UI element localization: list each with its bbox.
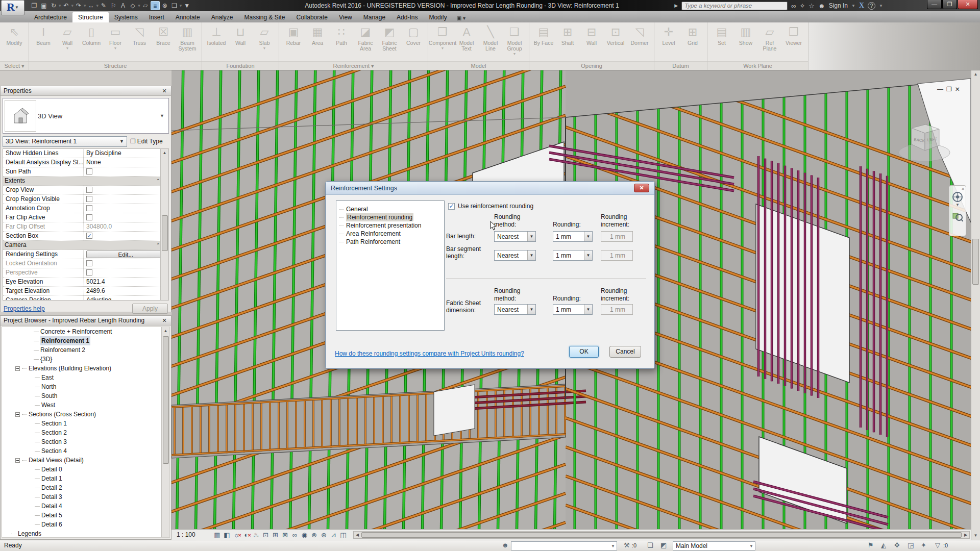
customize-quick-access-icon[interactable]: ▼ bbox=[182, 1, 191, 10]
default-3d-view-dropdown-icon[interactable]: ▾ bbox=[138, 3, 140, 8]
exclude-options-icon[interactable]: ◭ bbox=[881, 541, 886, 549]
checkbox[interactable] bbox=[86, 269, 92, 276]
checkbox[interactable] bbox=[86, 214, 92, 220]
checkbox-checked[interactable]: ✓ bbox=[86, 233, 92, 239]
scroll-left-icon[interactable]: ◀ bbox=[354, 533, 361, 537]
help-dropdown-icon[interactable]: ▼ bbox=[879, 4, 883, 8]
search-icon[interactable]: ∞ bbox=[791, 2, 796, 10]
prop-scroll-up-icon[interactable]: ▲ bbox=[161, 149, 168, 157]
tree-item-detail-4[interactable]: Detail 4 bbox=[2, 502, 169, 511]
dialog-title-bar[interactable]: Reinforcement Settings ✕ bbox=[326, 182, 654, 195]
redo-dropdown-icon[interactable]: ▾ bbox=[84, 3, 86, 8]
tree-item-section-2[interactable]: Section 2 bbox=[2, 428, 169, 437]
fabric-area-button[interactable]: ◪Fabric Area bbox=[354, 24, 377, 60]
view-minimize-icon[interactable]: — bbox=[937, 86, 943, 93]
set-button[interactable]: ▤Set bbox=[710, 24, 733, 60]
fabric-sheet-dimension-rounding-combo[interactable]: 1 mm▼ bbox=[553, 304, 593, 315]
ribbon-display-toggle-icon[interactable]: ▣ ▾ bbox=[453, 14, 470, 22]
tab-manage[interactable]: Manage bbox=[358, 12, 391, 22]
save-icon[interactable]: ▣ bbox=[39, 1, 48, 10]
tree-item-reinforcement-1[interactable]: Reinforcement 1 bbox=[2, 336, 169, 345]
beam-system-button[interactable]: ▥Beam System bbox=[176, 24, 199, 60]
tree-item-concrete-reinforcement[interactable]: Concrete + Reinforcement bbox=[2, 327, 169, 336]
property-value[interactable] bbox=[84, 268, 168, 277]
viewer-button[interactable]: ❒Viewer bbox=[782, 24, 805, 60]
minimize-button[interactable]: — bbox=[927, 0, 942, 9]
redo-icon[interactable]: ↷ bbox=[74, 1, 83, 10]
tree-item-detail-3[interactable]: Detail 3 bbox=[2, 492, 169, 502]
properties-scrollbar[interactable]: ▲ bbox=[160, 149, 168, 300]
viewcube[interactable]: BACK LEFT bbox=[896, 119, 952, 172]
close-hidden-windows-icon[interactable]: ⊗ bbox=[160, 1, 169, 10]
model-text-button[interactable]: AModel Text bbox=[455, 24, 478, 60]
project-browser-close-icon[interactable]: ✕ bbox=[161, 317, 168, 324]
editable-only-icon[interactable]: ⚒ bbox=[624, 541, 630, 549]
tree-item-south[interactable]: South bbox=[2, 391, 169, 400]
close-button[interactable]: ✕ bbox=[958, 0, 978, 9]
tree-item-elevations-building-elevation[interactable]: Elevations (Building Elevation) bbox=[2, 364, 169, 373]
steering-wheel-icon[interactable] bbox=[952, 191, 963, 203]
tree-item-east[interactable]: East bbox=[2, 373, 169, 382]
floor-button[interactable]: ▭Floor▼ bbox=[104, 24, 127, 60]
tab-add-ins[interactable]: Add-Ins bbox=[391, 12, 423, 22]
fabric-sheet-dimension-method-combo[interactable]: Nearest▼ bbox=[494, 304, 536, 315]
tree-item-detail-0[interactable]: Detail 0 bbox=[2, 465, 169, 474]
tree-item-detail-6[interactable]: Detail 6 bbox=[2, 520, 169, 529]
tree-item-sections-cross-section[interactable]: Sections (Cross Section) bbox=[2, 410, 169, 419]
default-3d-view-icon[interactable]: ◇ bbox=[128, 1, 137, 10]
isolated-button[interactable]: ⊥Isolated bbox=[205, 24, 228, 60]
search-input[interactable] bbox=[681, 2, 788, 10]
type-selector[interactable]: 3D View ▼ bbox=[3, 98, 169, 134]
area-button[interactable]: ▦Area bbox=[306, 24, 329, 60]
ok-button[interactable]: OK bbox=[569, 346, 599, 358]
view-close-icon[interactable]: ✕ bbox=[955, 86, 960, 93]
dialog-tree-reinforcement-presentation[interactable]: Reinforcement presentation bbox=[336, 221, 444, 230]
tree-item-3d[interactable]: {3D} bbox=[2, 355, 169, 364]
highlight-displacement-sets-icon[interactable]: ◫ bbox=[338, 531, 348, 539]
combo-dropdown-icon[interactable]: ▼ bbox=[584, 305, 592, 314]
properties-help-link[interactable]: Properties help bbox=[4, 305, 45, 312]
vertical-scrollbar[interactable]: ▲ ▼ bbox=[971, 70, 980, 540]
temporary-view-properties-icon[interactable]: ⊛ bbox=[319, 531, 329, 539]
fabric-sheet-button[interactable]: ◩Fabric Sheet bbox=[378, 24, 401, 60]
use-reinforcement-rounding-checkbox[interactable]: ✓ bbox=[448, 203, 455, 210]
exchange-apps-icon[interactable]: X bbox=[859, 2, 864, 10]
level-button[interactable]: ✛Level bbox=[657, 24, 680, 60]
tab-massing-site[interactable]: Massing & Site bbox=[239, 12, 291, 22]
edit-button[interactable]: Edit... bbox=[86, 251, 165, 258]
model-group-button[interactable]: ❑Model Group▼ bbox=[503, 24, 526, 60]
aligned-dimension-icon[interactable]: ✎ bbox=[99, 1, 108, 10]
navbar-close-icon[interactable]: ✕ bbox=[961, 187, 965, 191]
design-options-edit-icon[interactable]: ◩ bbox=[660, 541, 667, 549]
panel-label-reinforcement[interactable]: Reinforcement ▾ bbox=[279, 61, 428, 70]
sign-in-icon[interactable]: ☻ bbox=[818, 2, 825, 10]
cancel-button[interactable]: Cancel bbox=[609, 346, 641, 358]
bar-length-method-combo[interactable]: Nearest▼ bbox=[494, 231, 536, 242]
horizontal-scrollbar[interactable]: ◀ ▶ bbox=[353, 531, 970, 539]
ref-plane-button[interactable]: ▱Ref Plane bbox=[758, 24, 781, 60]
tree-item-north[interactable]: North bbox=[2, 382, 169, 391]
edit-type-button[interactable]: ❐ Edit Type bbox=[130, 138, 163, 145]
cover-button[interactable]: ▢Cover bbox=[402, 24, 425, 60]
view-instance-combo[interactable]: 3D View: Reinforcement 1 ▼ bbox=[3, 136, 127, 147]
combo-dropdown-icon[interactable]: ▼ bbox=[527, 251, 535, 260]
bar-segment-length-rounding-combo[interactable]: 1 mm▼ bbox=[553, 250, 593, 261]
design-option-combo[interactable]: Main Model ▼ bbox=[673, 541, 755, 550]
property-value[interactable]: ✓ bbox=[84, 232, 168, 240]
property-value[interactable] bbox=[84, 167, 168, 176]
open-icon[interactable]: ❐ bbox=[30, 1, 39, 10]
workset-dropdown-icon[interactable]: ▼ bbox=[609, 544, 617, 548]
switch-windows-dropdown-icon[interactable]: ▾ bbox=[180, 3, 182, 8]
collapse-minus-icon[interactable] bbox=[15, 366, 20, 371]
collapse-minus-icon[interactable] bbox=[15, 412, 20, 417]
sync-icon[interactable]: ↻ bbox=[49, 1, 58, 10]
tab-annotate[interactable]: Annotate bbox=[170, 12, 206, 22]
hide-analytical-model-icon[interactable]: ⊿ bbox=[329, 531, 338, 539]
checkbox[interactable] bbox=[86, 168, 92, 174]
combo-dropdown-icon[interactable]: ▼ bbox=[527, 305, 535, 314]
text-icon[interactable]: A bbox=[118, 1, 128, 10]
view-restore-icon[interactable]: ❐ bbox=[946, 86, 952, 93]
thin-lines-icon[interactable]: ≡ bbox=[151, 1, 160, 10]
panel-label-structure[interactable]: Structure bbox=[29, 61, 202, 70]
property-value[interactable] bbox=[84, 213, 168, 222]
